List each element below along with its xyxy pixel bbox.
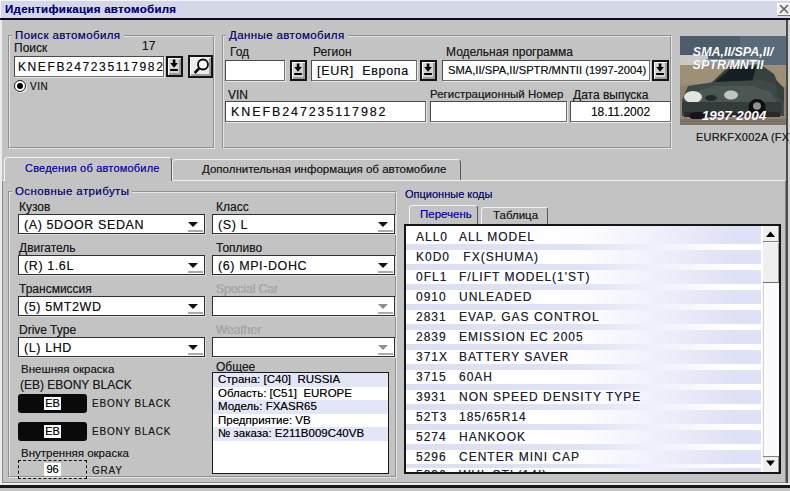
svg-text:1997-2004: 1997-2004	[702, 108, 767, 123]
svg-text:SMA,II/SPA,II/: SMA,II/SPA,II/	[693, 45, 775, 59]
svg-text:SPTR/MNTII: SPTR/MNTII	[693, 58, 764, 72]
